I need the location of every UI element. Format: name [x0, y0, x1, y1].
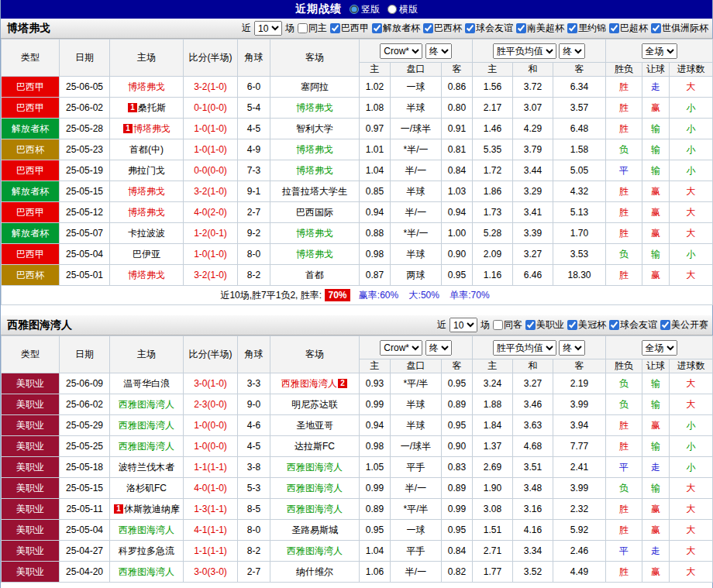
score-cell[interactable]: 0-1(0-0) — [184, 98, 238, 119]
score-cell[interactable]: 1-3(1-1) — [184, 499, 238, 520]
avg-final-select[interactable]: 终 — [559, 340, 585, 356]
filter-checkbox[interactable] — [567, 23, 577, 33]
odds-company-select[interactable]: Crow* — [380, 340, 422, 356]
home-team-cell[interactable]: 博塔弗戈 — [110, 181, 184, 202]
score-cell[interactable]: 1-0(0-0) — [184, 436, 238, 457]
odds-final-select[interactable]: 终 — [425, 340, 452, 356]
filter-checkbox[interactable] — [651, 23, 661, 33]
score-cell[interactable]: 1-0(1-0) — [184, 119, 238, 139]
score-cell[interactable]: 3-0(1-0) — [184, 373, 238, 394]
filter-item[interactable]: 解放者杯 — [372, 22, 420, 35]
home-team-cell[interactable]: 1休斯敦迪纳摩 — [110, 499, 184, 520]
filter-item[interactable]: 巴西甲 — [330, 22, 369, 35]
away-team-cell[interactable]: 拉普拉塔大学生 — [270, 181, 360, 202]
filter-checkbox[interactable] — [372, 23, 382, 33]
away-team-cell[interactable]: 纳什维尔 — [270, 562, 360, 583]
filter-item[interactable]: 南美超杯 — [516, 22, 564, 35]
score-cell[interactable]: 1-0(0-0) — [184, 415, 238, 436]
filter-checkbox[interactable] — [298, 23, 308, 33]
home-team-cell[interactable]: 西雅图海湾人 — [110, 415, 184, 436]
away-team-cell[interactable]: 明尼苏达联 — [270, 394, 360, 415]
filter-checkbox[interactable] — [567, 320, 577, 330]
score-cell[interactable]: 1-2(0-1) — [184, 223, 238, 244]
filter-item[interactable]: 里约锦 — [567, 22, 606, 35]
home-team-cell[interactable]: 西雅图海湾人 — [110, 562, 184, 583]
score-cell[interactable]: 1-0(1-0) — [184, 139, 238, 160]
score-cell[interactable]: 2-3(0-0) — [184, 394, 238, 415]
filter-item[interactable]: 球会友谊 — [465, 22, 513, 35]
away-team-cell[interactable]: 达拉斯FC — [270, 436, 360, 457]
filter-item[interactable]: 美冠杯 — [567, 318, 606, 332]
home-team-cell[interactable]: 巴伊亚 — [110, 244, 184, 265]
away-team-cell[interactable]: 塞阿拉 — [270, 77, 360, 98]
home-team-cell[interactable]: 西雅图海湾人 — [110, 394, 184, 415]
score-cell[interactable]: 4-0(1-0) — [184, 478, 238, 499]
away-team-cell[interactable]: 博塔弗戈 — [270, 98, 360, 119]
filter-checkbox[interactable] — [525, 320, 536, 330]
layout-option-horizontal[interactable]: 横版 — [388, 3, 418, 16]
layout-radio-vertical[interactable] — [350, 5, 359, 14]
avg-final-select[interactable]: 终 — [559, 43, 585, 59]
home-team-cell[interactable]: 博塔弗戈 — [110, 202, 184, 223]
score-cell[interactable]: 3-0(3-0) — [184, 562, 238, 583]
away-team-cell[interactable]: 圣路易斯城 — [270, 520, 360, 541]
filter-checkbox[interactable] — [609, 320, 619, 330]
away-team-cell[interactable]: 西雅图海湾人 — [270, 499, 360, 520]
filter-checkbox[interactable] — [465, 23, 475, 33]
filter-item[interactable]: 世俱洲际杯 — [651, 22, 708, 35]
filter-item[interactable]: 球会友谊 — [609, 318, 657, 332]
filter-checkbox[interactable] — [660, 320, 670, 330]
filter-checkbox[interactable] — [493, 320, 503, 330]
away-team-cell[interactable]: 首都 — [270, 265, 360, 286]
away-team-cell[interactable]: 博塔弗戈 — [270, 223, 360, 244]
home-team-cell[interactable]: 卡拉波波 — [110, 223, 184, 244]
away-team-cell[interactable]: 西雅图海湾人 — [270, 478, 360, 499]
score-cell[interactable]: 3-2(1-0) — [184, 181, 238, 202]
away-team-cell[interactable]: 博塔弗戈 — [270, 244, 360, 265]
score-cell[interactable]: 1-0(1-0) — [184, 244, 238, 265]
filter-item[interactable]: 美职业 — [525, 318, 564, 332]
home-team-cell[interactable]: 1桑托斯 — [110, 98, 184, 119]
odds-final-select[interactable]: 终 — [425, 43, 452, 59]
filter-checkbox[interactable] — [516, 23, 526, 33]
home-team-cell[interactable]: 博塔弗戈 — [110, 77, 184, 98]
match-count-select[interactable]: 10 — [254, 21, 282, 36]
score-cell[interactable]: 1-1(1-1) — [184, 541, 238, 562]
filter-item[interactable]: 巴超杯 — [609, 22, 648, 35]
home-team-cell[interactable]: 波特兰伐木者 — [110, 457, 184, 478]
away-team-cell[interactable]: 西雅图海湾人2 — [270, 373, 360, 394]
layout-option-vertical[interactable]: 竖版 — [350, 3, 380, 16]
scope-select[interactable]: 全场 — [642, 43, 677, 59]
home-team-cell[interactable]: 首都(中) — [110, 139, 184, 160]
home-team-cell[interactable]: 博塔弗戈 — [110, 265, 184, 286]
filter-checkbox[interactable] — [423, 23, 433, 33]
away-team-cell[interactable]: 西雅图海湾人 — [270, 457, 360, 478]
home-team-cell[interactable]: 1博塔弗戈 — [110, 119, 184, 139]
home-team-cell[interactable]: 西雅图海湾人 — [110, 520, 184, 541]
away-team-cell[interactable]: 博塔弗戈 — [270, 160, 360, 181]
filter-checkbox[interactable] — [330, 23, 340, 33]
avg-odds-select[interactable]: 胜平负均值 — [493, 43, 556, 59]
score-cell[interactable]: 1-1(1-1) — [184, 457, 238, 478]
score-cell[interactable]: 4-1(1-1) — [184, 520, 238, 541]
filter-item[interactable]: 同主 — [298, 22, 327, 35]
score-cell[interactable]: 4-0(2-0) — [184, 202, 238, 223]
away-team-cell[interactable]: 西雅图海湾人 — [270, 541, 360, 562]
home-team-cell[interactable]: 西雅图海湾人 — [110, 436, 184, 457]
avg-odds-select[interactable]: 胜平负均值 — [493, 340, 556, 356]
match-count-select[interactable]: 10 — [450, 318, 477, 332]
layout-radio-horizontal[interactable] — [388, 5, 397, 14]
home-team-cell[interactable]: 科罗拉多急流 — [110, 541, 184, 562]
home-team-cell[interactable]: 温哥华白浪 — [110, 373, 184, 394]
score-cell[interactable]: 0-0(0-0) — [184, 160, 238, 181]
away-team-cell[interactable]: 巴西国际 — [270, 202, 360, 223]
home-team-cell[interactable]: 洛杉矶FC — [110, 478, 184, 499]
away-team-cell[interactable]: 智利大学 — [270, 119, 360, 139]
filter-checkbox[interactable] — [609, 23, 619, 33]
home-team-cell[interactable]: 弗拉门戈 — [110, 160, 184, 181]
filter-item[interactable]: 美公开赛 — [660, 318, 708, 332]
score-cell[interactable]: 3-2(1-0) — [184, 77, 238, 98]
away-team-cell[interactable]: 博塔弗戈 — [270, 139, 360, 160]
filter-item[interactable]: 同客 — [493, 318, 522, 332]
scope-select[interactable]: 全场 — [642, 340, 677, 356]
